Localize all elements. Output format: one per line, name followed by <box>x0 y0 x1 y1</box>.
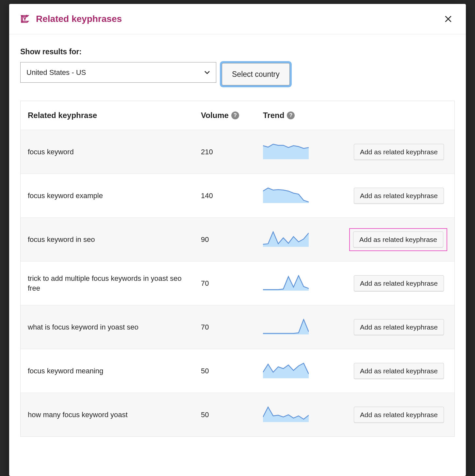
trend-sparkline <box>263 275 309 291</box>
select-country-button[interactable]: Select country <box>222 63 290 85</box>
cell-trend <box>263 319 335 336</box>
header-volume: Volume ? <box>201 111 263 120</box>
modal-header: Related keyphrases <box>9 4 466 34</box>
add-keyphrase-button[interactable]: Add as related keyphrase <box>354 407 444 423</box>
cell-trend <box>263 406 335 423</box>
cell-trend <box>263 144 335 161</box>
help-icon[interactable]: ? <box>231 111 239 119</box>
keyphrase-table: Related keyphrase Volume ? Trend ? focus… <box>20 101 455 437</box>
table-row: how many focus keyword yoast 50 Add as r… <box>21 393 454 436</box>
trend-sparkline <box>263 187 309 203</box>
add-keyphrase-button[interactable]: Add as related keyphrase <box>354 144 444 160</box>
cell-volume: 140 <box>201 192 263 200</box>
table-row: focus keyword example 140 Add as related… <box>21 174 454 217</box>
trend-sparkline <box>263 319 309 334</box>
cell-keyphrase: focus keyword in seo <box>28 235 201 245</box>
cell-volume: 90 <box>201 235 263 244</box>
action-wrap: Add as related keyphrase <box>351 185 447 207</box>
modal-title: Related keyphrases <box>36 14 442 24</box>
trend-sparkline <box>263 231 309 247</box>
close-icon <box>444 15 452 23</box>
cell-volume: 70 <box>201 323 263 332</box>
cell-trend <box>263 187 335 204</box>
action-wrap: Add as related keyphrase <box>351 404 447 426</box>
related-keyphrases-modal: Related keyphrases Show results for: Uni… <box>9 4 466 476</box>
table-row: trick to add multiple focus keywords in … <box>21 261 454 305</box>
cell-keyphrase: how many focus keyword yoast <box>28 410 201 420</box>
trend-sparkline <box>263 144 309 159</box>
trend-sparkline <box>263 406 309 422</box>
add-keyphrase-button[interactable]: Add as related keyphrase <box>353 231 443 248</box>
action-wrap: Add as related keyphrase <box>351 141 447 163</box>
country-select[interactable]: United States - US <box>20 62 216 83</box>
filter-label: Show results for: <box>20 47 455 56</box>
cell-keyphrase: trick to add multiple focus keywords in … <box>28 274 201 293</box>
action-wrap: Add as related keyphrase <box>351 273 447 294</box>
cell-volume: 50 <box>201 367 263 375</box>
cell-volume: 70 <box>201 279 263 288</box>
cell-keyphrase: what is focus keyword in yoast seo <box>28 322 201 332</box>
cell-keyphrase: focus keyword <box>28 147 201 157</box>
table-row: focus keyword in seo 90 Add as related k… <box>21 217 454 261</box>
cell-trend <box>263 275 335 292</box>
cell-volume: 210 <box>201 148 263 156</box>
close-button[interactable] <box>442 12 455 26</box>
header-trend: Trend ? <box>263 111 335 120</box>
action-wrap: Add as related keyphrase <box>351 316 447 338</box>
trend-sparkline <box>263 363 309 378</box>
add-keyphrase-button[interactable]: Add as related keyphrase <box>354 319 444 335</box>
filter-row: United States - US Select country <box>20 62 455 86</box>
add-keyphrase-button[interactable]: Add as related keyphrase <box>354 363 444 379</box>
action-wrap: Add as related keyphrase <box>349 228 447 251</box>
cell-trend <box>263 363 335 380</box>
header-keyphrase: Related keyphrase <box>28 111 201 120</box>
add-keyphrase-button[interactable]: Add as related keyphrase <box>354 188 444 204</box>
add-keyphrase-button[interactable]: Add as related keyphrase <box>354 275 444 292</box>
cell-volume: 50 <box>201 411 263 419</box>
table-header: Related keyphrase Volume ? Trend ? <box>21 101 454 130</box>
cell-keyphrase: focus keyword example <box>28 191 201 201</box>
table-row: what is focus keyword in yoast seo 70 Ad… <box>21 305 454 349</box>
country-select-value: United States - US <box>26 68 86 77</box>
cell-keyphrase: focus keyword meaning <box>28 366 201 376</box>
chevron-down-icon <box>204 71 210 75</box>
action-wrap: Add as related keyphrase <box>351 360 447 382</box>
modal-body: Show results for: United States - US Sel… <box>9 34 466 437</box>
table-row: focus keyword meaning 50 Add as related … <box>21 349 454 393</box>
yoast-icon <box>20 14 29 24</box>
table-row: focus keyword 210 Add as related keyphra… <box>21 130 454 174</box>
cell-trend <box>263 231 335 248</box>
help-icon[interactable]: ? <box>287 111 295 119</box>
